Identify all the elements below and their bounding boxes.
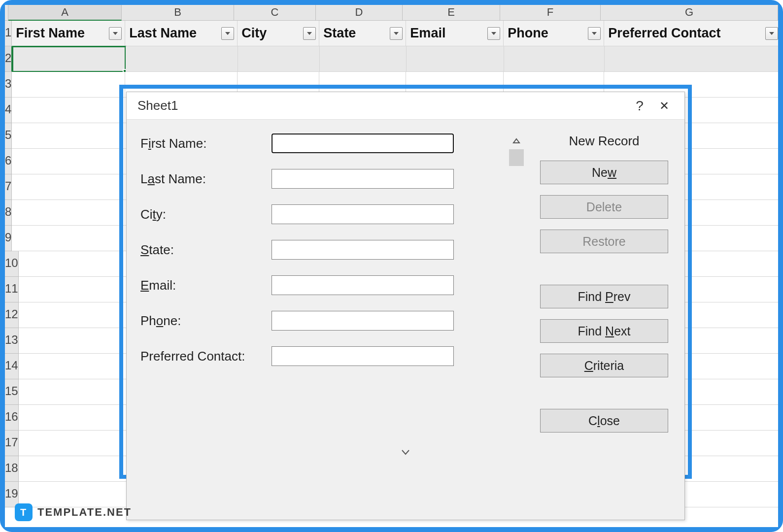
select-all-corner[interactable] (5, 5, 8, 21)
cell-E2[interactable] (407, 46, 504, 72)
cell-A11[interactable] (19, 277, 132, 302)
cell-B1[interactable]: Last Name (125, 21, 238, 46)
criteria-button[interactable]: Criteria (540, 354, 668, 377)
cell-A2[interactable] (12, 46, 126, 72)
form-field-4: Email: (140, 275, 495, 295)
column-letter-C[interactable]: C (234, 5, 316, 21)
row-number-16[interactable]: 16 (5, 405, 19, 431)
filter-dropdown-icon[interactable] (588, 27, 601, 40)
cell-A7[interactable] (12, 174, 125, 200)
column-letter-E[interactable]: E (403, 5, 500, 21)
cell-A16[interactable] (19, 405, 132, 431)
cell-G1[interactable]: Preferred Contact (604, 21, 778, 46)
column-letter-A[interactable]: A (8, 5, 122, 21)
column-letter-F[interactable]: F (500, 5, 601, 21)
cell-A3[interactable] (12, 72, 125, 98)
cell-F2[interactable] (504, 46, 605, 72)
cell-A8[interactable] (12, 200, 125, 226)
filter-dropdown-icon[interactable] (221, 27, 234, 40)
filter-dropdown-icon[interactable] (487, 27, 500, 40)
cell-A6[interactable] (12, 149, 125, 174)
row-number-2[interactable]: 2 (5, 46, 12, 72)
row-number-8[interactable]: 8 (5, 200, 12, 226)
cell-D1[interactable]: State (319, 21, 406, 46)
cell-A17[interactable] (19, 431, 132, 456)
row-number-13[interactable]: 13 (5, 328, 19, 354)
form-fields: First Name:Last Name:City:State:Email:Ph… (140, 133, 495, 432)
field-input-phone[interactable] (272, 311, 454, 331)
row-number-14[interactable]: 14 (5, 354, 19, 379)
watermark-text: TEMPLATE.NET (37, 506, 132, 519)
filter-dropdown-icon[interactable] (390, 27, 403, 40)
field-input-city[interactable] (272, 204, 454, 224)
row-number-12[interactable]: 12 (5, 302, 19, 328)
help-button[interactable]: ? (627, 96, 652, 116)
column-letter-B[interactable]: B (122, 5, 234, 21)
cell-A1[interactable]: First Name (12, 21, 125, 46)
field-input-email[interactable] (272, 275, 454, 295)
cell-A12[interactable] (19, 302, 132, 328)
cell-A10[interactable] (19, 251, 132, 277)
scroll-up-icon[interactable] (509, 133, 524, 148)
cell-A15[interactable] (19, 379, 132, 405)
filter-dropdown-icon[interactable] (303, 27, 316, 40)
dialog-buttons: New Record New Delete Restore Find Prev … (538, 133, 671, 432)
record-status-label: New Record (569, 133, 639, 149)
field-input-preferredcontact[interactable] (272, 346, 454, 366)
row-number-3[interactable]: 3 (5, 72, 12, 98)
cell-B2[interactable] (126, 46, 238, 72)
column-letter-D[interactable]: D (316, 5, 403, 21)
dialog-titlebar[interactable]: Sheet1 ? ✕ (127, 92, 684, 120)
dialog-scroll-down[interactable] (127, 442, 684, 462)
field-label: Preferred Contact: (140, 349, 264, 364)
close-icon[interactable]: ✕ (652, 96, 677, 116)
row-number-7[interactable]: 7 (5, 174, 12, 200)
scroll-thumb[interactable] (509, 149, 524, 166)
cell-C1[interactable]: City (238, 21, 319, 46)
filter-dropdown-icon[interactable] (109, 27, 122, 40)
delete-button[interactable]: Delete (540, 195, 668, 219)
close-button[interactable]: Close (540, 409, 668, 432)
row-number-10[interactable]: 10 (5, 251, 19, 277)
field-label: First Name: (140, 136, 264, 151)
field-label: State: (140, 242, 264, 258)
cell-D2[interactable] (320, 46, 407, 72)
cell-A5[interactable] (12, 123, 125, 149)
filter-dropdown-icon[interactable] (765, 27, 778, 40)
row-number-18[interactable]: 18 (5, 456, 19, 482)
watermark-icon: T (15, 503, 33, 521)
cell-A4[interactable] (12, 98, 125, 123)
cell-A9[interactable] (12, 226, 125, 251)
row-number-4[interactable]: 4 (5, 98, 12, 123)
watermark: T TEMPLATE.NET (15, 503, 132, 521)
row-number-6[interactable]: 6 (5, 149, 12, 174)
row-number-5[interactable]: 5 (5, 123, 12, 149)
new-button[interactable]: New (540, 161, 668, 184)
cell-C2[interactable] (238, 46, 320, 72)
cell-A13[interactable] (19, 328, 132, 354)
field-input-state[interactable] (272, 240, 454, 260)
find-next-button[interactable]: Find Next (540, 319, 668, 343)
cell-E1[interactable]: Email (406, 21, 504, 46)
restore-button[interactable]: Restore (540, 230, 668, 253)
row-number-17[interactable]: 17 (5, 431, 19, 456)
field-label: Last Name: (140, 171, 264, 187)
record-scrollbar[interactable] (509, 133, 524, 432)
cell-A18[interactable] (19, 456, 132, 482)
row-number-1[interactable]: 1 (5, 21, 12, 46)
row-number-11[interactable]: 11 (5, 277, 19, 302)
field-input-firstname[interactable] (272, 133, 454, 153)
row-number-15[interactable]: 15 (5, 379, 19, 405)
find-prev-button[interactable]: Find Prev (540, 285, 668, 308)
form-field-5: Phone: (140, 311, 495, 331)
cell-F1[interactable]: Phone (504, 21, 604, 46)
field-input-lastname[interactable] (272, 169, 454, 189)
column-letter-row: ABCDEFG (5, 5, 778, 21)
row-number-9[interactable]: 9 (5, 226, 12, 251)
cell-A14[interactable] (19, 354, 132, 379)
dialog-body: First Name:Last Name:City:State:Email:Ph… (127, 120, 684, 442)
cell-G2[interactable] (605, 46, 778, 72)
chevron-down-icon (401, 449, 410, 456)
column-letter-G[interactable]: G (601, 5, 778, 21)
header-label: City (241, 26, 267, 41)
